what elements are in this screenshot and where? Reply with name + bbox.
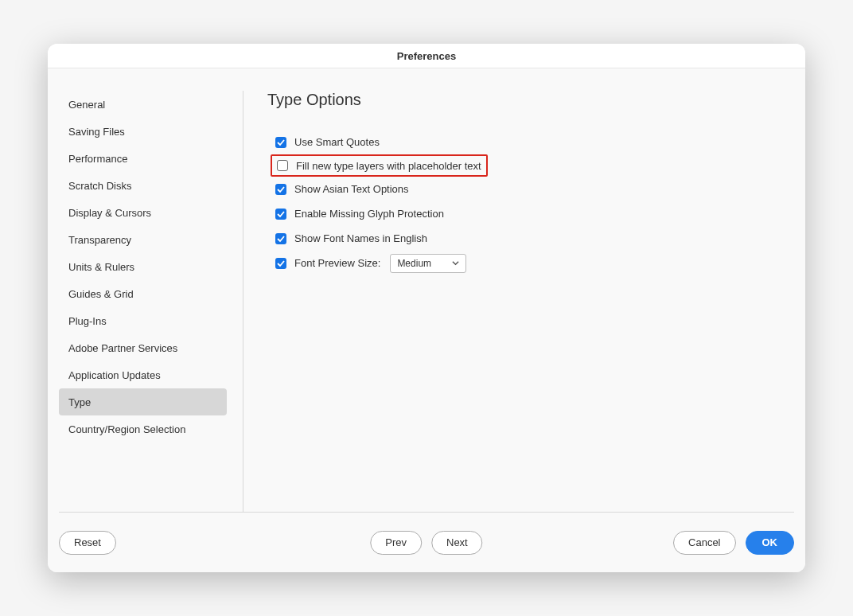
prev-button[interactable]: Prev [370,531,422,555]
option-label: Show Font Names in English [294,232,427,244]
sidebar-item-label: Display & Cursors [68,207,151,219]
font-preview-label: Font Preview Size: [294,257,380,269]
sidebar-item-general[interactable]: General [59,91,227,118]
sidebar-item-application-updates[interactable]: Application Updates [59,361,227,388]
option-row: Enable Missing Glyph Protection [275,201,794,226]
options-list: Use Smart QuotesFill new type layers wit… [267,130,794,251]
content-title: Type Options [267,91,794,109]
option-row: Show Asian Text Options [275,177,794,201]
sidebar-item-guides-grid[interactable]: Guides & Grid [59,280,227,307]
font-preview-row: Font Preview Size: Medium [275,251,794,275]
main-area: GeneralSaving FilesPerformanceScratch Di… [48,68,805,512]
checkbox[interactable] [275,233,286,244]
sidebar-item-saving-files[interactable]: Saving Files [59,118,227,145]
checkbox[interactable] [275,184,286,195]
sidebar-item-transparency[interactable]: Transparency [59,226,227,253]
chevron-down-icon [452,259,459,267]
sidebar-item-label: Performance [68,153,127,165]
ok-button[interactable]: OK [746,531,795,555]
content-pane: Type Options Use Smart QuotesFill new ty… [243,91,794,512]
sidebar-item-country-region-selection[interactable]: Country/Region Selection [59,415,227,443]
sidebar: GeneralSaving FilesPerformanceScratch Di… [59,91,243,512]
sidebar-item-label: Scratch Disks [68,180,131,192]
option-label: Enable Missing Glyph Protection [294,208,444,220]
sidebar-item-adobe-partner-services[interactable]: Adobe Partner Services [59,334,227,361]
cancel-button[interactable]: Cancel [673,531,735,555]
font-preview-checkbox[interactable] [275,258,286,269]
check-icon [277,185,285,193]
sidebar-item-display-cursors[interactable]: Display & Cursors [59,199,227,226]
sidebar-item-label: Units & Rulers [68,261,134,273]
sidebar-item-label: General [68,99,105,111]
sidebar-item-label: Transparency [68,234,131,246]
font-preview-select[interactable]: Medium [390,254,466,273]
option-row: Show Font Names in English [275,226,794,251]
sidebar-item-plug-ins[interactable]: Plug-Ins [59,307,227,334]
sidebar-item-type[interactable]: Type [59,388,227,415]
sidebar-item-label: Country/Region Selection [68,423,185,435]
check-icon [277,210,285,218]
dialog-title: Preferences [48,44,805,68]
check-icon [277,235,285,243]
preferences-dialog: Preferences GeneralSaving FilesPerforman… [48,44,805,572]
next-button[interactable]: Next [431,531,483,555]
check-icon [277,138,285,146]
option-row: Use Smart Quotes [275,130,794,154]
dialog-body: GeneralSaving FilesPerformanceScratch Di… [48,68,805,572]
sidebar-item-performance[interactable]: Performance [59,145,227,172]
sidebar-item-label: Guides & Grid [68,288,134,300]
sidebar-item-label: Saving Files [68,126,125,138]
sidebar-item-label: Application Updates [68,369,161,381]
option-row: Fill new type layers with placeholder te… [271,154,488,177]
sidebar-item-label: Adobe Partner Services [68,342,177,354]
option-label: Use Smart Quotes [294,136,380,148]
check-icon [277,259,285,267]
font-preview-value: Medium [397,258,431,269]
checkbox[interactable] [277,160,288,171]
reset-button[interactable]: Reset [59,531,116,555]
checkbox[interactable] [275,209,286,220]
dialog-footer: Reset Prev Next Cancel OK [59,512,794,572]
sidebar-item-label: Plug-Ins [68,315,107,327]
sidebar-item-units-rulers[interactable]: Units & Rulers [59,253,227,280]
option-label: Fill new type layers with placeholder te… [296,160,481,172]
checkbox[interactable] [275,137,286,148]
sidebar-item-label: Type [68,396,91,408]
option-label: Show Asian Text Options [294,183,409,195]
sidebar-item-scratch-disks[interactable]: Scratch Disks [59,172,227,199]
